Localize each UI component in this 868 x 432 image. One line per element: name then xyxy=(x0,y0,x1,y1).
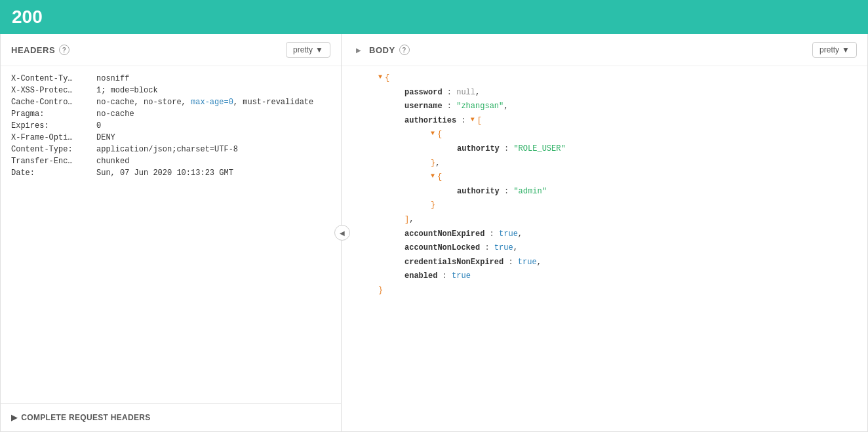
header-value: application/json;charset=UTF-8 xyxy=(96,145,330,154)
json-line: accountNonLocked : true , xyxy=(352,241,857,256)
table-row: X-Frame-Opti… DENY xyxy=(11,133,330,142)
json-line: } xyxy=(352,199,857,213)
chevron-left-icon: ◀ xyxy=(340,229,345,237)
json-line: authorities : ▼ [ xyxy=(352,114,857,128)
header-value: 0 xyxy=(96,121,330,130)
json-line: password : null , xyxy=(352,86,857,100)
header-value: DENY xyxy=(96,133,330,142)
toggle-arrow[interactable]: ▼ xyxy=(471,114,475,126)
json-line: enabled : true xyxy=(352,269,857,284)
table-row: Transfer-Enc… chunked xyxy=(11,157,330,166)
json-line: ▼ { xyxy=(352,71,857,86)
header-name: Date: xyxy=(11,168,96,178)
header-value: no-cache xyxy=(96,109,330,119)
headers-label: HEADERS xyxy=(11,45,55,55)
header-name: Transfer-Enc… xyxy=(11,157,96,166)
json-line: ▼ { xyxy=(352,128,857,142)
max-age-link[interactable]: max-age=0 xyxy=(191,98,233,107)
header-name: Pragma: xyxy=(11,109,96,119)
header-value: no-cache, no-store, max-age=0, must-reva… xyxy=(96,98,330,107)
json-line: authority : "admin" xyxy=(352,185,857,199)
header-name: Cache-Contro… xyxy=(11,98,96,107)
header-name: Content-Type: xyxy=(11,145,96,154)
header-name: X-Frame-Opti… xyxy=(11,133,96,142)
chevron-down-icon: ▼ xyxy=(842,45,850,54)
header-value: Sun, 07 Jun 2020 10:13:23 GMT xyxy=(96,168,330,178)
body-pretty-btn[interactable]: pretty ▼ xyxy=(812,42,857,58)
toggle-arrow[interactable]: ▼ xyxy=(431,128,435,140)
main-content: HEADERS ? pretty ▼ X-Content-Ty… nosniff… xyxy=(0,34,868,432)
table-row: X-XSS-Protec… 1; mode=block xyxy=(11,86,330,95)
status-code: 200 xyxy=(12,7,43,28)
toggle-arrow[interactable]: ▼ xyxy=(431,170,435,182)
header-name: X-XSS-Protec… xyxy=(11,86,96,95)
header-value: chunked xyxy=(96,157,330,166)
table-row: X-Content-Ty… nosniff xyxy=(11,74,330,83)
headers-pretty-btn[interactable]: pretty ▼ xyxy=(286,42,330,58)
header-value: 1; mode=block xyxy=(96,86,330,95)
table-row: Expires: 0 xyxy=(11,121,330,130)
body-content: ▼ { password : null , username : "zhangs… xyxy=(342,66,867,431)
json-line: accountNonExpired : true , xyxy=(352,227,857,242)
json-line: } , xyxy=(352,157,857,171)
header-name: Expires: xyxy=(11,121,96,130)
chevron-down-icon: ▼ xyxy=(315,45,323,54)
body-label: BODY ? xyxy=(369,45,410,55)
table-row: Pragma: no-cache xyxy=(11,109,330,119)
complete-request-headers[interactable]: ▶ COMPLETE REQUEST HEADERS xyxy=(1,403,341,431)
json-line: username : "zhangsan" , xyxy=(352,100,857,114)
body-help-icon[interactable]: ? xyxy=(399,45,410,55)
collapse-panel-btn[interactable]: ◀ xyxy=(334,225,350,241)
json-line: } xyxy=(352,284,857,298)
table-row: Date: Sun, 07 Jun 2020 10:13:23 GMT xyxy=(11,168,330,178)
toggle-arrow[interactable]: ▼ xyxy=(378,71,382,83)
json-line: ▼ { xyxy=(352,170,857,185)
body-title-group: ▶ BODY ? xyxy=(352,43,410,56)
expand-btn[interactable]: ▶ xyxy=(352,43,365,56)
status-bar: 200 xyxy=(0,0,868,34)
headers-help-icon[interactable]: ? xyxy=(59,45,69,55)
left-panel: HEADERS ? pretty ▼ X-Content-Ty… nosniff… xyxy=(1,34,342,431)
chevron-right-icon: ▶ xyxy=(11,413,17,422)
table-row: Content-Type: application/json;charset=U… xyxy=(11,145,330,154)
json-line: authority : "ROLE_USER" xyxy=(352,142,857,157)
json-line: ] , xyxy=(352,213,857,227)
json-line: credentialsNonExpired : true , xyxy=(352,256,857,270)
table-row: Cache-Contro… no-cache, no-store, max-ag… xyxy=(11,98,330,107)
header-name: X-Content-Ty… xyxy=(11,74,96,83)
headers-panel-header: HEADERS ? pretty ▼ xyxy=(1,34,341,66)
right-panel: ▶ BODY ? pretty ▼ ▼ { password : null xyxy=(342,34,867,431)
body-panel-header: ▶ BODY ? pretty ▼ xyxy=(342,34,867,66)
headers-title: HEADERS ? xyxy=(11,45,69,55)
complete-request-label: COMPLETE REQUEST HEADERS xyxy=(21,413,150,422)
headers-table: X-Content-Ty… nosniff X-XSS-Protec… 1; m… xyxy=(1,66,341,403)
header-value: nosniff xyxy=(96,74,330,83)
